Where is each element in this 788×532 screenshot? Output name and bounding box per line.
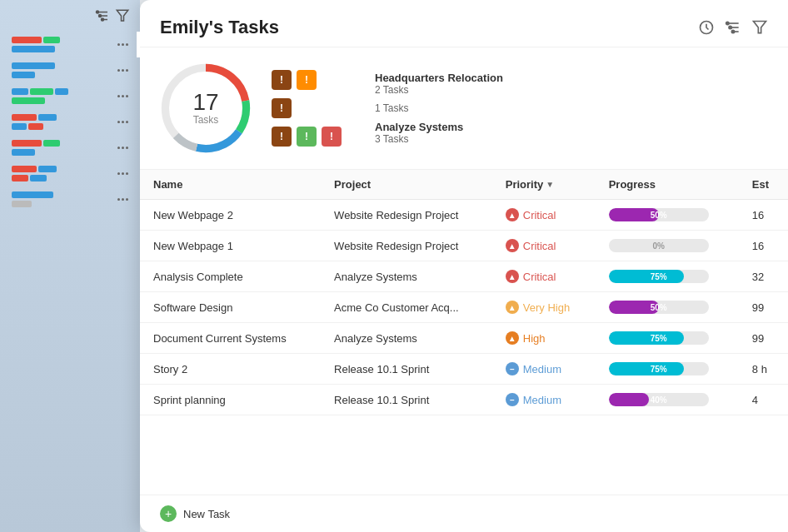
col-project: Project: [321, 170, 492, 200]
col-priority-label: Priority: [506, 178, 544, 191]
donut-center: 17 Tasks: [192, 91, 218, 126]
sidebar-item-menu-button[interactable]: [114, 171, 132, 177]
sidebar-item-4[interactable]: [0, 135, 140, 161]
cell-est: 99: [739, 292, 788, 323]
cell-name: Document Current Systems: [140, 323, 321, 354]
project-item-3: Analyze Systems 3 Tasks: [375, 121, 503, 145]
table-row[interactable]: Story 2 Release 10.1 Sprint – Medium 75%…: [140, 354, 788, 385]
new-task-label: New Task: [183, 508, 230, 520]
filter-sliders-icon[interactable]: [95, 8, 110, 23]
progress-bar: 75%: [609, 331, 709, 345]
sidebar-bar-group: [12, 62, 107, 78]
progress-label: 75%: [609, 362, 709, 375]
table-row[interactable]: Sprint planning Release 10.1 Sprint – Me…: [140, 385, 788, 415]
project-tasks-1: 2 Tasks: [375, 84, 503, 96]
badge-orange-1: !: [297, 70, 317, 90]
priority-icon: –: [506, 393, 519, 406]
sidebar-bar-group: [12, 191, 107, 207]
sidebar-bar-group: [12, 88, 107, 104]
sidebar: const pd = JSON.parse(document.getElemen…: [0, 0, 140, 532]
table-row[interactable]: New Webpage 1 Website Redesign Project ▲…: [140, 231, 788, 261]
cell-priority: ▲ Very High: [492, 292, 596, 323]
priority-label: Critical: [523, 209, 556, 221]
priority-icon: ▲: [506, 301, 519, 314]
svg-point-3: [97, 11, 99, 13]
settings-sliders-icon[interactable]: [725, 19, 741, 36]
priority-label: Medium: [523, 394, 561, 406]
svg-point-5: [102, 18, 104, 21]
clock-icon[interactable]: [698, 19, 715, 36]
progress-bar: 50%: [609, 208, 709, 221]
table-row[interactable]: New Webpage 2 Website Redesign Project ▲…: [140, 200, 788, 231]
footer: + New Task: [140, 495, 788, 532]
svg-point-13: [731, 30, 734, 32]
badge-brown-2: !: [272, 98, 292, 118]
project-name-3: Analyze Systems: [375, 121, 503, 133]
priority-label: Medium: [523, 363, 561, 375]
task-label: Tasks: [192, 114, 218, 126]
badge-brown-1: !: [272, 70, 292, 90]
priority-row-2: !: [272, 98, 342, 118]
sidebar-item-menu-button[interactable]: [114, 196, 132, 202]
table-row[interactable]: Document Current Systems Analyze Systems…: [140, 323, 788, 354]
progress-label: 50%: [609, 208, 709, 221]
cell-project: Website Redesign Project: [321, 200, 492, 231]
cell-progress: 50%: [596, 292, 739, 323]
header-filter-icon[interactable]: [751, 19, 768, 36]
cell-project: Release 10.1 Sprint: [321, 354, 492, 385]
priority-icon: ▲: [506, 270, 519, 283]
sidebar-item-1[interactable]: [0, 57, 140, 83]
col-name: Name: [140, 170, 321, 200]
cell-name: Story 2: [140, 354, 321, 385]
progress-label: 75%: [609, 331, 709, 345]
sidebar-item-0[interactable]: [0, 32, 140, 57]
cell-progress: 50%: [596, 200, 739, 231]
task-count: 17: [192, 91, 218, 114]
sidebar-item-menu-button[interactable]: [114, 93, 132, 99]
progress-bar: 75%: [609, 270, 709, 283]
priority-label: Critical: [523, 271, 556, 283]
table-row[interactable]: Software Design Acme Co Customer Acq... …: [140, 292, 788, 323]
cell-name: Software Design: [140, 292, 321, 323]
cell-name: Analysis Complete: [140, 261, 321, 292]
cell-progress: 75%: [596, 261, 739, 292]
progress-bar: 0%: [609, 239, 709, 252]
priority-icon: ▲: [506, 239, 519, 252]
sidebar-item-menu-button[interactable]: [114, 119, 132, 125]
sidebar-item-menu-button[interactable]: [114, 67, 132, 73]
cell-priority: ▲ Critical: [492, 231, 596, 261]
sidebar-item-menu-button[interactable]: [114, 42, 132, 47]
sidebar-item-6[interactable]: [0, 186, 140, 212]
progress-bar: 50%: [609, 301, 709, 314]
sidebar-item-3[interactable]: [0, 109, 140, 135]
col-priority[interactable]: Priority ▼: [492, 170, 596, 200]
col-est: Est: [739, 170, 788, 200]
cell-est: 32: [739, 261, 788, 292]
summary-section: 17 Tasks ! ! ! ! ! ! Headquarters Reloca…: [140, 47, 788, 170]
svg-point-11: [726, 22, 729, 24]
new-task-button[interactable]: + New Task: [160, 505, 768, 522]
priority-label: High: [523, 332, 546, 345]
page-title: Emily's Tasks: [160, 17, 279, 38]
priority-icon: ▲: [506, 331, 519, 345]
badge-brown-3: !: [272, 127, 292, 147]
add-icon: +: [160, 505, 177, 522]
table-header: Name Project Priority ▼ Progress Est: [140, 170, 788, 200]
svg-marker-14: [754, 22, 766, 33]
sidebar-bar-group: [12, 166, 107, 181]
sidebar-item-menu-button[interactable]: [114, 145, 132, 151]
priority-row-3: ! ! !: [272, 127, 342, 147]
cell-project: Acme Co Customer Acq...: [321, 292, 492, 323]
cell-est: 16: [739, 200, 788, 231]
header-row: Name Project Priority ▼ Progress Est: [140, 170, 788, 200]
progress-label: 75%: [609, 270, 709, 283]
cell-project: Analyze Systems: [321, 261, 492, 292]
project-summary: Headquarters Relocation 2 Tasks 1 Tasks …: [375, 72, 503, 145]
filter-icon[interactable]: [115, 8, 130, 23]
task-table-container[interactable]: Name Project Priority ▼ Progress Est New…: [140, 170, 788, 495]
table-row[interactable]: Analysis Complete Analyze Systems ▲ Crit…: [140, 261, 788, 292]
cell-progress: 0%: [596, 231, 739, 261]
sidebar-item-2[interactable]: [0, 83, 140, 109]
sidebar-item-5[interactable]: [0, 161, 140, 186]
project-item-2: 1 Tasks: [375, 102, 503, 114]
